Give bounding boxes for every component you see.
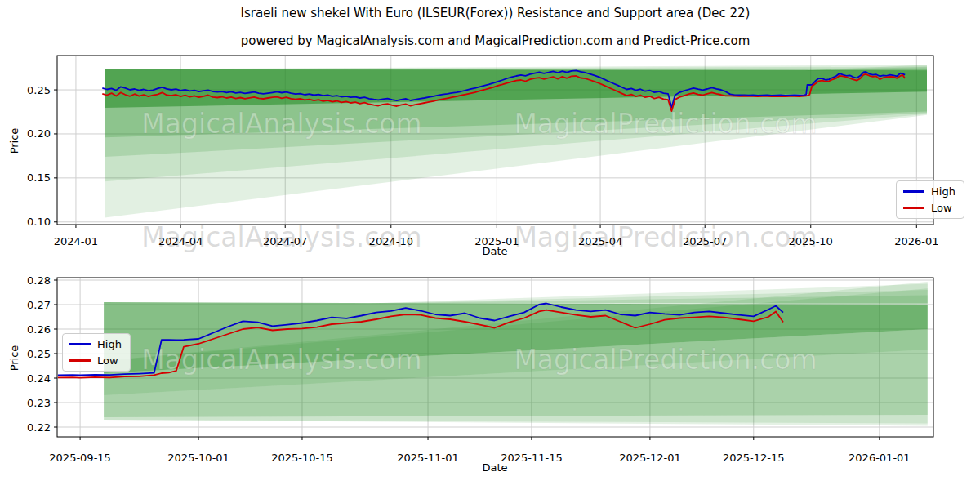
legend-label: High [931, 185, 956, 198]
y-tick-label: 0.27 [27, 299, 51, 311]
x-tick-label: 2025-09-15 [49, 452, 111, 464]
bottom-chart-xlabel: Date [454, 461, 536, 474]
watermark-text: MagicalPrediction.com [514, 221, 817, 253]
high-line-swatch [69, 343, 91, 345]
y-tick-label: 0.15 [27, 172, 51, 184]
high-line-swatch [903, 190, 924, 193]
x-tick-label: 2025-12-01 [619, 452, 681, 464]
x-tick-label: 2025-11-01 [397, 452, 459, 464]
x-tick-label: 2026-01 [894, 235, 938, 247]
x-tick-label: 2025-10 [789, 235, 833, 247]
y-tick-label: 0.10 [27, 216, 51, 228]
bottom-chart-legend: HighLow [62, 333, 131, 372]
x-tick-label: 2024-01 [54, 235, 98, 247]
x-tick-label: 2025-10-01 [167, 452, 229, 464]
x-tick-label: 2024-07 [263, 235, 307, 247]
low-line-swatch [903, 207, 924, 209]
legend-item-high: High [903, 185, 956, 198]
x-tick-label: 2025-10-15 [271, 452, 333, 464]
y-tick-label: 0.25 [27, 348, 51, 360]
x-tick-label: 2024-10 [369, 235, 413, 247]
watermark-text: MagicalAnalysis.com [141, 108, 421, 140]
low-line-swatch [69, 359, 91, 362]
legend-item-low: Low [903, 202, 956, 214]
figure: Israeli new shekel With Euro (ILSEUR(For… [0, 0, 980, 490]
legend-label: Low [931, 202, 952, 214]
y-tick-label: 0.22 [27, 421, 51, 434]
legend-item-high: High [69, 338, 122, 350]
watermark-text: MagicalPrediction.com [514, 344, 817, 376]
y-tick-label: 0.24 [27, 372, 51, 385]
watermark-text: MagicalPrediction.com [514, 108, 817, 140]
x-tick-label: 2024-04 [158, 235, 203, 247]
legend-label: Low [97, 354, 118, 367]
y-tick-label: 0.20 [27, 127, 51, 140]
top-chart-ylabel: Price [8, 113, 20, 170]
x-tick-label: 2025-04 [578, 235, 622, 247]
y-tick-label: 0.28 [27, 274, 51, 287]
top-chart-legend: HighLow [896, 180, 964, 219]
legend-label: High [97, 338, 122, 350]
y-tick-label: 0.23 [27, 397, 51, 409]
top-chart-xlabel: Date [454, 245, 536, 257]
x-tick-label: 2025-07 [683, 235, 727, 247]
y-tick-label: 0.25 [27, 84, 51, 96]
x-tick-label: 2025-12-15 [723, 452, 785, 464]
y-tick-label: 0.26 [27, 323, 51, 336]
legend-item-low: Low [69, 354, 122, 367]
x-tick-label: 2026-01-01 [849, 452, 911, 464]
bottom-chart-ylabel: Price [8, 330, 20, 387]
